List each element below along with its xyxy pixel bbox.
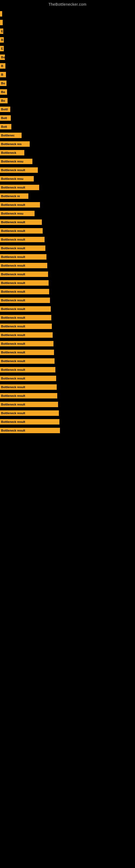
bar-label: Bottleneck result bbox=[1, 325, 25, 328]
bar-row: Bottleneck bbox=[0, 149, 135, 156]
bar-label: Bottleneck result bbox=[1, 377, 25, 380]
bar-row: Bottleneck result bbox=[0, 236, 135, 243]
bar-item: Bottl bbox=[0, 106, 10, 112]
bar-item: Bottleneck result bbox=[0, 332, 53, 338]
bar-label: Bo bbox=[1, 90, 5, 94]
bar-item: Bottleneck result bbox=[0, 367, 55, 372]
bar-label: Bottleneck result bbox=[1, 420, 25, 424]
bar-item: Bott bbox=[0, 115, 11, 121]
bar-row: Bottlenec bbox=[0, 132, 135, 139]
bar-row: Bottleneck resu bbox=[0, 158, 135, 165]
bar-row: Bottleneck result bbox=[0, 219, 135, 226]
bar-label: Bottleneck resu bbox=[1, 177, 24, 180]
bar-row: Bottleneck result bbox=[0, 418, 135, 425]
bar-row: Bott bbox=[0, 123, 135, 130]
bar-label: Bottleneck result bbox=[1, 403, 25, 406]
bar-row: Bottleneck result bbox=[0, 401, 135, 408]
bar-label: Bo bbox=[1, 99, 5, 102]
bar-row: Bottleneck result bbox=[0, 349, 135, 356]
bar-item: Bott bbox=[0, 124, 11, 129]
bar-item: Bottleneck result bbox=[0, 323, 52, 329]
bar-label: Bottleneck result bbox=[1, 255, 25, 258]
bar-label: Bottleneck result bbox=[1, 342, 25, 345]
bar-row: Bo bbox=[0, 80, 135, 87]
bar-row: Bottleneck result bbox=[0, 375, 135, 382]
bar-item: Bottleneck result bbox=[0, 185, 39, 190]
bar-label: Bottleneck result bbox=[1, 247, 25, 250]
bar-item: Bottleneck resu bbox=[0, 211, 35, 216]
bar-item: Bottleneck re bbox=[0, 193, 28, 199]
bar-label: Bottleneck result bbox=[1, 238, 25, 241]
bar-item: Bottleneck result bbox=[0, 237, 45, 242]
bar-row: Bottleneck res bbox=[0, 141, 135, 148]
bar-row: Bottleneck result bbox=[0, 314, 135, 321]
bar-label: Bottleneck result bbox=[1, 186, 25, 189]
bar-row: Bottleneck result bbox=[0, 358, 135, 365]
bar-row: Bo bbox=[0, 54, 135, 61]
bar-item: Bottleneck result bbox=[0, 298, 50, 303]
bar-row: Bottleneck result bbox=[0, 262, 135, 269]
bar-item: Bottleneck result bbox=[0, 219, 42, 225]
bar-label: B bbox=[1, 64, 3, 67]
bar-item: Bottleneck result bbox=[0, 246, 45, 251]
bar-row: Bottleneck result bbox=[0, 366, 135, 373]
bar-label: Bottleneck result bbox=[1, 264, 25, 267]
bar-item: Bottleneck bbox=[0, 150, 24, 155]
bar-label: Bottleneck res bbox=[1, 143, 21, 146]
bar-item: B bbox=[0, 72, 6, 77]
bar-item: Bottleneck result bbox=[0, 306, 51, 312]
bar-label: Bottleneck result bbox=[1, 368, 25, 371]
bar-row bbox=[0, 19, 135, 26]
bar-row bbox=[0, 10, 135, 18]
bar-label: B bbox=[1, 73, 3, 76]
bar-row: Bottleneck resu bbox=[0, 210, 135, 217]
bar-label: Bottleneck result bbox=[1, 168, 25, 172]
bar-row: Bottleneck result bbox=[0, 427, 135, 434]
bar-item: Bottleneck result bbox=[0, 289, 49, 294]
bar-item: Bottleneck result bbox=[0, 376, 56, 381]
bar-label: B bbox=[1, 38, 3, 41]
bar-row: Bottleneck result bbox=[0, 184, 135, 191]
bar-row: Bottleneck result bbox=[0, 227, 135, 235]
bar-label: Bottleneck result bbox=[1, 385, 25, 389]
bar-row: Bottleneck result bbox=[0, 253, 135, 260]
bar-label: Bottl bbox=[1, 108, 8, 111]
bar-label: Bottleneck re bbox=[1, 194, 20, 198]
bar-row: Bottleneck result bbox=[0, 288, 135, 295]
bar-label: E bbox=[1, 47, 3, 50]
bar-row: Bottleneck result bbox=[0, 271, 135, 278]
bar-row: B bbox=[0, 71, 135, 78]
bar-row: Bottleneck result bbox=[0, 332, 135, 339]
bar-row: Bottleneck resu bbox=[0, 175, 135, 182]
bar-item bbox=[0, 11, 2, 17]
bar-item: Bottleneck result bbox=[0, 272, 48, 277]
bar-item: Bottleneck resu bbox=[0, 159, 32, 164]
bar-label: Bottleneck result bbox=[1, 316, 25, 319]
bar-label: Bottleneck result bbox=[1, 273, 25, 276]
bar-row: Bottleneck result bbox=[0, 340, 135, 347]
bar-item: Bottleneck result bbox=[0, 167, 38, 173]
bar-item: Bo bbox=[0, 81, 6, 86]
bar-row: E bbox=[0, 45, 135, 52]
bar-label: Bottleneck bbox=[1, 151, 16, 154]
bar-item: Bottleneck result bbox=[0, 228, 43, 234]
bar-item: Bottleneck result bbox=[0, 419, 59, 425]
bar-item: Bottlenec bbox=[0, 133, 21, 138]
bar-label: Bottleneck result bbox=[1, 299, 25, 302]
bar-label: Bottleneck result bbox=[1, 360, 25, 363]
bar-item bbox=[0, 20, 3, 25]
bar-row: Bottleneck re bbox=[0, 193, 135, 199]
bar-item: B bbox=[0, 37, 4, 42]
bar-label: Bottleneck result bbox=[1, 394, 25, 397]
site-title: TheBottlenecker.com bbox=[0, 0, 135, 8]
bar-item: Bottleneck result bbox=[0, 350, 54, 355]
bar-item: Bottleneck result bbox=[0, 410, 59, 416]
bar-item: Bo bbox=[0, 98, 8, 103]
bar-row: Bottleneck result bbox=[0, 305, 135, 312]
bar-item: Bottleneck result bbox=[0, 263, 47, 268]
bar-row: Bottleneck result bbox=[0, 410, 135, 416]
bar-item: Bottleneck result bbox=[0, 254, 46, 259]
bar-row: Bottleneck result bbox=[0, 392, 135, 399]
bar-label: Bott bbox=[1, 116, 7, 120]
bar-label: Bottleneck result bbox=[1, 290, 25, 293]
